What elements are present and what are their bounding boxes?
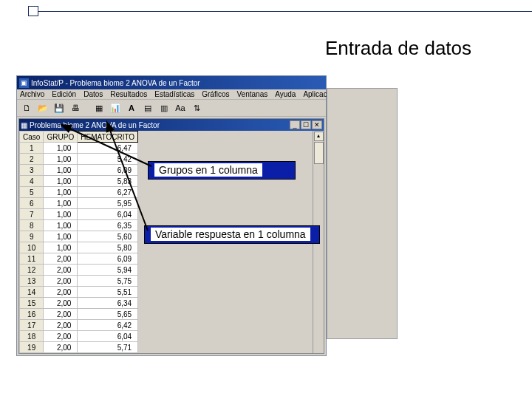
menu-archivo[interactable]: Archivo [20,90,44,98]
cell-hematocrito[interactable]: 6,42 [78,320,138,331]
tool-font-icon[interactable]: Aa [174,101,187,115]
cell-hematocrito[interactable]: 6,35 [78,220,138,231]
row-number[interactable]: 18 [20,331,44,342]
tool-sheet-icon[interactable]: ▥ [157,101,171,115]
cell-grupo[interactable]: 1,00 [44,220,78,231]
table-row[interactable]: 51,006,27 [20,187,138,198]
row-number[interactable]: 17 [20,320,44,331]
tool-new-icon[interactable]: 🗋 [20,101,33,115]
tool-palette-icon[interactable]: ▤ [141,101,154,115]
menu-datos[interactable]: Datos [83,90,103,98]
cell-grupo[interactable]: 1,00 [44,187,78,198]
table-row[interactable]: 41,005,83 [20,176,138,187]
row-number[interactable]: 6 [20,198,44,209]
cell-grupo[interactable]: 1,00 [44,165,78,176]
row-number[interactable]: 16 [20,309,44,320]
cell-grupo[interactable]: 2,00 [44,265,78,276]
cell-hematocrito[interactable]: 5,80 [78,242,138,253]
table-row[interactable]: 142,005,51 [20,287,138,298]
tool-save-icon[interactable]: 💾 [52,101,66,115]
table-row[interactable]: 162,005,65 [20,309,138,320]
row-number[interactable]: 7 [20,209,44,220]
row-number[interactable]: 9 [20,231,44,242]
table-row[interactable]: 21,005,42 [20,154,138,165]
cell-hematocrito[interactable]: 6,04 [78,209,138,220]
tool-sort-icon[interactable]: ⇅ [190,101,203,115]
table-row[interactable]: 91,005,60 [20,231,138,242]
cell-hematocrito[interactable]: 5,51 [78,287,138,298]
row-number[interactable]: 19 [20,342,44,353]
cell-grupo[interactable]: 1,00 [44,143,78,154]
table-row[interactable]: 71,006,04 [20,209,138,220]
cell-hematocrito[interactable]: 6,27 [78,187,138,198]
cell-hematocrito[interactable]: 6,09 [78,253,138,265]
table-row[interactable]: 112,006,09 [20,253,138,265]
row-number[interactable]: 12 [20,265,44,276]
cell-hematocrito[interactable]: 5,95 [78,198,138,209]
cell-grupo[interactable]: 2,00 [44,331,78,342]
cell-grupo[interactable]: 2,00 [44,287,78,298]
table-row[interactable]: 11,006,47 [20,143,138,154]
cell-hematocrito[interactable]: 6,34 [78,298,138,309]
row-number[interactable]: 10 [20,242,44,253]
cell-grupo[interactable]: 2,00 [44,298,78,309]
row-number[interactable]: 5 [20,187,44,198]
cell-grupo[interactable]: 2,00 [44,320,78,331]
menu-ventanas[interactable]: Ventanas [236,90,267,98]
cell-hematocrito[interactable]: 6,47 [78,143,138,154]
col-case[interactable]: Caso [20,132,44,143]
tool-text-a-icon[interactable]: A [125,101,138,115]
cell-hematocrito[interactable]: 5,94 [78,265,138,276]
cell-grupo[interactable]: 1,00 [44,198,78,209]
menu-graficos[interactable]: Gráficos [202,90,229,98]
cell-grupo[interactable]: 1,00 [44,154,78,165]
row-number[interactable]: 13 [20,276,44,287]
row-number[interactable]: 15 [20,298,44,309]
minimize-button[interactable]: _ [290,120,300,129]
data-grid[interactable]: Caso GRUPO HEMATOCRITO 11,006,4721,005,4… [19,131,138,353]
cell-grupo[interactable]: 1,00 [44,231,78,242]
cell-grupo[interactable]: 1,00 [44,242,78,253]
row-number[interactable]: 4 [20,176,44,187]
cell-hematocrito[interactable]: 5,71 [78,342,138,353]
table-row[interactable]: 132,005,75 [20,276,138,287]
table-row[interactable]: 101,005,80 [20,242,138,253]
cell-hematocrito[interactable]: 5,75 [78,276,138,287]
tool-open-icon[interactable]: 📂 [36,101,50,115]
cell-hematocrito[interactable]: 6,04 [78,331,138,342]
scroll-up-icon[interactable]: ▴ [314,132,324,141]
col-hematocrito[interactable]: HEMATOCRITO [78,132,138,143]
scroll-thumb[interactable] [314,142,324,164]
table-row[interactable]: 31,006,09 [20,165,138,176]
table-row[interactable]: 172,006,42 [20,320,138,331]
tool-print-icon[interactable]: 🖶 [69,101,82,115]
row-number[interactable]: 11 [20,253,44,265]
cell-grupo[interactable]: 2,00 [44,309,78,320]
row-number[interactable]: 3 [20,165,44,176]
close-button[interactable]: ✕ [312,120,322,129]
table-row[interactable]: 122,005,94 [20,265,138,276]
table-row[interactable]: 192,005,71 [20,342,138,353]
table-row[interactable]: 81,006,35 [20,220,138,231]
table-row[interactable]: 61,005,95 [20,198,138,209]
cell-hematocrito[interactable]: 5,42 [78,154,138,165]
tool-table-icon[interactable]: ▦ [92,101,106,115]
row-number[interactable]: 8 [20,220,44,231]
cell-grupo[interactable]: 2,00 [44,253,78,265]
menu-ayuda[interactable]: Ayuda [275,90,296,98]
cell-hematocrito[interactable]: 5,60 [78,231,138,242]
tool-chart-icon[interactable]: 📊 [109,101,122,115]
cell-grupo[interactable]: 2,00 [44,276,78,287]
table-row[interactable]: 152,006,34 [20,298,138,309]
menu-edicion[interactable]: Edición [52,90,76,98]
table-row[interactable]: 182,006,04 [20,331,138,342]
row-number[interactable]: 2 [20,154,44,165]
menu-estadisticas[interactable]: Estadísticas [154,90,194,98]
cell-hematocrito[interactable]: 5,65 [78,309,138,320]
maximize-button[interactable]: ☐ [301,120,311,129]
menu-resultados[interactable]: Resultados [110,90,147,98]
cell-grupo[interactable]: 2,00 [44,342,78,353]
cell-hematocrito[interactable]: 6,09 [78,165,138,176]
cell-grupo[interactable]: 1,00 [44,209,78,220]
cell-hematocrito[interactable]: 5,83 [78,176,138,187]
